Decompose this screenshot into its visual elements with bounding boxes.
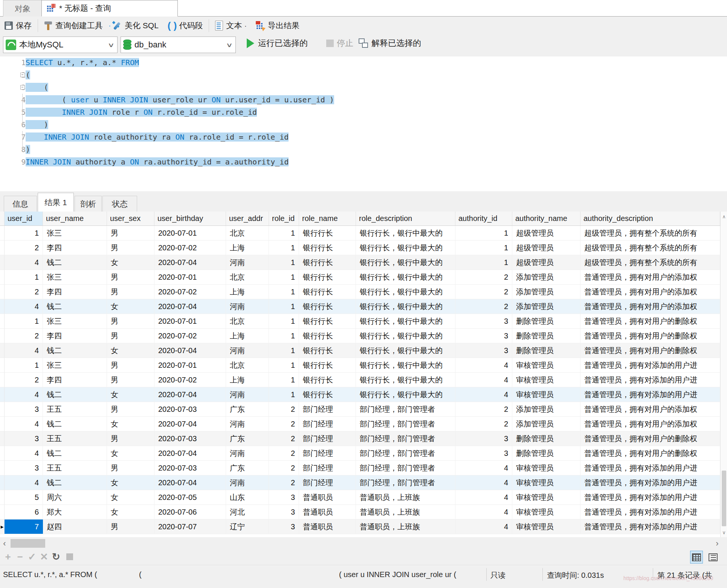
grid-cell[interactable]: 2020-07-04 <box>154 299 226 314</box>
grid-cell[interactable]: 2020-07-04 <box>154 343 226 358</box>
grid-cell[interactable]: 3 <box>5 402 43 416</box>
text-dropdown-dot[interactable]: · <box>244 21 247 30</box>
table-row[interactable]: 1张三男2020-07-01北京1银行行长银行行长，银行中最大的1超级管理员超级… <box>0 226 720 241</box>
grid-cell[interactable]: 男 <box>107 285 154 299</box>
grid-cell[interactable]: 3 <box>455 343 512 358</box>
editor-line[interactable]: 4 ( user u INNER JOIN user_role ur ON ur… <box>0 94 727 106</box>
scroll-left-icon[interactable]: ‹ <box>0 537 9 550</box>
grid-cell[interactable]: 审核管理员 <box>512 387 580 402</box>
grid-cell[interactable]: 女 <box>107 475 154 490</box>
grid-cell[interactable]: 2020-07-04 <box>154 446 226 460</box>
scroll-up-icon[interactable]: ∧ <box>721 212 727 221</box>
column-header-authority_name[interactable]: authority_name <box>512 212 580 225</box>
table-row[interactable]: 4钱二女2020-07-04河南1银行行长银行行长，银行中最大的4审核管理员普通… <box>0 387 720 402</box>
editor-line[interactable]: 2( <box>0 69 727 81</box>
grid-cell[interactable]: 1 <box>269 358 299 372</box>
grid-cell[interactable]: 添加管理员 <box>512 299 580 314</box>
grid-cell[interactable]: 4 <box>5 446 43 460</box>
add-record-icon[interactable]: + <box>2 551 14 562</box>
grid-cell[interactable]: 2 <box>455 299 512 314</box>
grid-cell[interactable]: 4 <box>455 358 512 372</box>
grid-cell[interactable]: 辽宁 <box>226 519 269 534</box>
grid-cell[interactable]: 1 <box>455 226 512 240</box>
grid-cell[interactable]: 2 <box>5 373 43 387</box>
grid-cell[interactable]: 添加管理员 <box>512 417 580 431</box>
grid-cell[interactable]: 普通管理员，拥有对用户的删除权 <box>580 329 720 343</box>
grid-cell[interactable]: 2 <box>269 431 299 446</box>
grid-cell[interactable]: 普通管理员，拥有对添加的用户进 <box>580 505 720 519</box>
grid-cell[interactable]: 4 <box>455 475 512 490</box>
grid-cell[interactable]: 河南 <box>226 299 269 314</box>
form-view-button[interactable] <box>707 551 719 564</box>
grid-cell[interactable]: 2 <box>269 417 299 431</box>
grid-cell[interactable]: 3 <box>269 490 299 504</box>
refresh-icon[interactable]: ↻ <box>50 551 62 562</box>
grid-cell[interactable]: 4 <box>455 519 512 534</box>
grid-cell[interactable]: 添加管理员 <box>512 270 580 284</box>
table-row[interactable]: 4钱二女2020-07-04河南2部门经理部门经理，部门管理者2添加管理员普通管… <box>0 417 720 431</box>
grid-cell[interactable]: 审核管理员 <box>512 505 580 519</box>
delete-record-icon[interactable]: − <box>14 551 26 562</box>
grid-cell[interactable]: 1 <box>455 241 512 255</box>
grid-cell[interactable]: 部门经理，部门管理者 <box>356 431 455 446</box>
grid-cell[interactable]: 北京 <box>226 358 269 372</box>
grid-cell[interactable]: 广东 <box>226 461 269 475</box>
grid-cell[interactable]: 超级管理员 <box>512 241 580 255</box>
grid-cell[interactable]: 2020-07-04 <box>154 255 226 270</box>
grid-cell[interactable]: 2020-07-02 <box>154 373 226 387</box>
grid-cell[interactable]: 银行行长 <box>299 329 356 343</box>
table-row[interactable]: 3王五男2020-07-03广东2部门经理部门经理，部门管理者3删除管理员普通管… <box>0 431 720 446</box>
column-header-authority_description[interactable]: authority_description <box>580 212 720 225</box>
grid-cell[interactable]: 1 <box>269 255 299 270</box>
grid-cell[interactable]: 男 <box>107 329 154 343</box>
grid-cell[interactable]: 部门经理，部门管理者 <box>356 446 455 460</box>
grid-cell[interactable]: 2020-07-01 <box>154 314 226 328</box>
explain-selected-button[interactable]: 解释已选择的 <box>359 38 421 49</box>
table-row[interactable]: 5周六女2020-07-05山东3普通职员普通职员，上班族4审核管理员普通管理员… <box>0 490 720 505</box>
editor-line[interactable]: 3 ( <box>0 81 727 94</box>
grid-cell[interactable]: 银行行长，银行中最大的 <box>356 299 455 314</box>
grid-cell[interactable]: 删除管理员 <box>512 343 580 358</box>
grid-cell[interactable]: 4 <box>455 490 512 504</box>
grid-cell[interactable]: 上海 <box>226 285 269 299</box>
grid-cell[interactable]: 2 <box>455 417 512 431</box>
grid-cell[interactable]: 1 <box>269 226 299 240</box>
grid-cell[interactable]: 钱二 <box>43 255 107 270</box>
grid-cell[interactable]: 普通管理员，拥有对用户的添加权 <box>580 417 720 431</box>
grid-cell[interactable]: 添加管理员 <box>512 285 580 299</box>
table-row[interactable]: 4钱二女2020-07-04河南1银行行长银行行长，银行中最大的2添加管理员普通… <box>0 299 720 314</box>
text-view-button[interactable]: 文本 · <box>211 18 251 33</box>
grid-cell[interactable]: 银行行长 <box>299 373 356 387</box>
column-header-role_id[interactable]: role_id <box>269 212 299 225</box>
grid-cell[interactable]: 张三 <box>43 226 107 240</box>
table-row[interactable]: 6郑大女2020-07-06河北3普通职员普通职员，上班族4审核管理员普通管理员… <box>0 505 720 519</box>
grid-cell[interactable]: 1 <box>5 314 43 328</box>
column-header-user_id[interactable]: user_id <box>5 212 43 225</box>
grid-cell[interactable]: 钱二 <box>43 387 107 402</box>
table-row[interactable]: 1张三男2020-07-01北京1银行行长银行行长，银行中最大的3删除管理员普通… <box>0 314 720 329</box>
grid-cell[interactable]: 广东 <box>226 402 269 416</box>
grid-cell[interactable]: 赵四 <box>43 519 107 534</box>
grid-cell[interactable]: 银行行长，银行中最大的 <box>356 358 455 372</box>
grid-cell[interactable]: 普通管理员，拥有对添加的用户进 <box>580 461 720 475</box>
grid-cell[interactable]: 李四 <box>43 241 107 255</box>
code-text[interactable]: ) <box>26 143 30 156</box>
table-row[interactable]: 2李四男2020-07-02上海1银行行长银行行长，银行中最大的1超级管理员超级… <box>0 241 720 255</box>
grid-cell[interactable]: 普通管理员，拥有对用户的添加权 <box>580 270 720 284</box>
grid-cell[interactable]: 删除管理员 <box>512 314 580 328</box>
grid-cell[interactable]: 2 <box>5 329 43 343</box>
grid-cell[interactable]: 银行行长，银行中最大的 <box>356 285 455 299</box>
grid-cell[interactable]: 张三 <box>43 358 107 372</box>
grid-cell[interactable]: 男 <box>107 431 154 446</box>
sql-editor[interactable]: 1SELECT u.*, r.*, a.* FROM2(3 (4 ( user … <box>0 56 727 191</box>
grid-cell[interactable]: 部门经理 <box>299 446 356 460</box>
grid-cell[interactable]: 北京 <box>226 226 269 240</box>
grid-cell[interactable]: 普通职员 <box>299 490 356 504</box>
grid-cell[interactable]: 3 <box>455 446 512 460</box>
grid-cell[interactable]: 银行行长，银行中最大的 <box>356 255 455 270</box>
connection-select[interactable]: 本地MySQL ∨ <box>3 37 118 53</box>
grid-cell[interactable]: 2020-07-02 <box>154 285 226 299</box>
grid-cell[interactable]: 4 <box>5 299 43 314</box>
grid-cell[interactable]: 银行行长，银行中最大的 <box>356 270 455 284</box>
database-select[interactable]: db_bank ∨ <box>121 37 236 53</box>
